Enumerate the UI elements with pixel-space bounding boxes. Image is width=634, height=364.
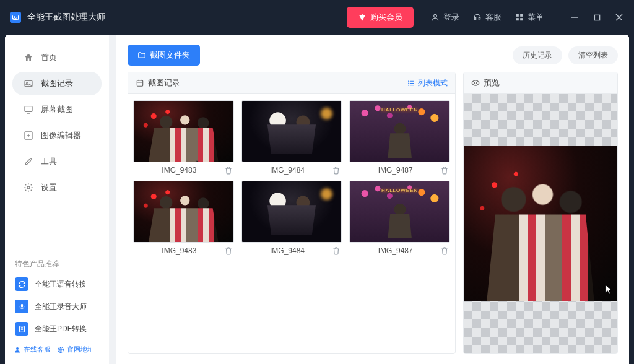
svg-rect-3 (516, 14, 519, 17)
grid-icon (515, 13, 524, 22)
delete-button[interactable] (440, 166, 449, 175)
delete-button[interactable] (332, 246, 341, 255)
minimize-button[interactable] (570, 12, 580, 22)
promo-audio-record[interactable]: 全能王录音大师 (5, 295, 109, 318)
records-icon (24, 79, 33, 89)
thumbnail-image[interactable] (349, 100, 450, 162)
nav-label: 设置 (41, 182, 57, 193)
thumbnail-image[interactable] (349, 181, 450, 243)
svg-point-2 (434, 14, 437, 17)
svg-point-31 (474, 82, 477, 84)
thumbnail-name: IMG_9484 (243, 166, 332, 175)
panel-title: 截图记录 (148, 77, 180, 89)
promo-pdf-convert[interactable]: 全能王PDF转换 (5, 318, 109, 340)
gear-icon (24, 183, 33, 193)
delete-button[interactable] (440, 246, 449, 255)
thumbnail-image[interactable] (133, 181, 234, 243)
calendar-icon (136, 79, 144, 87)
promo-label: 全能王语音转换 (35, 279, 87, 290)
svg-point-30 (409, 85, 409, 85)
clear-list-button[interactable]: 清空列表 (568, 46, 618, 64)
main-content: 截图文件夹 历史记录 清空列表 截图记录 列表模式 IMG_9483IMG_94… (116, 35, 629, 364)
user-icon (431, 13, 440, 22)
link-label: 在线客服 (24, 345, 51, 354)
history-button[interactable]: 历史记录 (513, 46, 562, 64)
diamond-icon (358, 13, 367, 22)
svg-point-19 (16, 347, 19, 350)
thumbnail-item: IMG_9487 (349, 100, 450, 175)
headset-icon (473, 13, 482, 22)
svg-rect-13 (25, 106, 32, 112)
svg-rect-4 (520, 14, 523, 17)
login-label: 登录 (443, 12, 459, 23)
close-button[interactable] (614, 12, 624, 22)
buy-vip-button[interactable]: 购买会员 (347, 7, 414, 28)
capture-icon (24, 105, 33, 115)
nav-image-editor[interactable]: 图像编辑器 (12, 124, 102, 147)
delete-button[interactable] (224, 246, 233, 255)
menu-button[interactable]: 菜单 (515, 12, 544, 23)
promo-label: 全能王PDF转换 (35, 324, 87, 334)
button-label: 截图文件夹 (150, 50, 190, 61)
preview-area[interactable] (464, 94, 617, 353)
sidebar: 首页 截图记录 屏幕截图 图像编辑器 工具 设置 特色产品推荐 全能王语音转换 (5, 35, 109, 364)
app-logo (10, 12, 21, 23)
nav-settings[interactable]: 设置 (12, 176, 102, 199)
toggle-label: 列表模式 (418, 78, 448, 89)
refresh-icon (15, 277, 28, 291)
nav-label: 首页 (41, 52, 57, 63)
list-mode-toggle[interactable]: 列表模式 (407, 78, 448, 89)
nav-screen-capture[interactable]: 屏幕截图 (12, 98, 102, 121)
app-title: 全能王截图处理大师 (27, 12, 105, 23)
delete-button[interactable] (332, 166, 341, 175)
nav-label: 图像编辑器 (41, 130, 81, 141)
editor-icon (24, 131, 33, 141)
online-support-link[interactable]: 在线客服 (14, 345, 51, 354)
records-panel: 截图记录 列表模式 IMG_9483IMG_9484IMG_9487IMG_94… (128, 72, 456, 354)
promo-voice-convert[interactable]: 全能王语音转换 (5, 273, 109, 295)
folder-icon (137, 51, 146, 59)
svg-rect-21 (137, 80, 142, 86)
eye-icon (471, 79, 480, 87)
thumbnail-item: IMG_9483 (133, 100, 234, 175)
svg-rect-8 (594, 15, 599, 20)
preview-title: 预览 (484, 77, 500, 89)
menu-label: 菜单 (528, 12, 544, 23)
list-icon (407, 79, 415, 87)
maximize-button[interactable] (592, 12, 602, 22)
globe-icon (57, 346, 64, 353)
official-site-link[interactable]: 官网地址 (57, 345, 94, 354)
buy-vip-label: 购买会员 (370, 12, 402, 23)
thumbnail-image[interactable] (133, 100, 234, 162)
thumbnail-name: IMG_9483 (134, 246, 224, 255)
promo-heading: 特色产品推荐 (5, 255, 109, 273)
delete-button[interactable] (224, 166, 233, 175)
titlebar: 全能王截图处理大师 购买会员 登录 客服 菜单 (0, 0, 634, 35)
screenshot-folder-button[interactable]: 截图文件夹 (128, 45, 200, 66)
svg-rect-6 (520, 18, 523, 20)
promo-label: 全能王录音大师 (35, 301, 87, 312)
support-button[interactable]: 客服 (473, 12, 502, 23)
thumbnail-image[interactable] (241, 181, 342, 243)
tools-icon (24, 157, 33, 167)
user-icon (14, 346, 21, 353)
mic-icon (15, 300, 28, 313)
preview-panel: 预览 (463, 72, 618, 354)
svg-rect-5 (516, 18, 519, 20)
thumbnail-image[interactable] (241, 100, 342, 162)
nav-screenshot-records[interactable]: 截图记录 (12, 72, 102, 95)
svg-rect-17 (20, 303, 22, 307)
thumbnail-name: IMG_9483 (134, 166, 224, 175)
support-label: 客服 (485, 12, 502, 23)
nav-label: 截图记录 (41, 78, 73, 89)
nav-tools[interactable]: 工具 (12, 150, 102, 173)
thumbnail-name: IMG_9487 (350, 166, 440, 175)
nav-home[interactable]: 首页 (12, 46, 102, 69)
thumbnail-name: IMG_9487 (350, 246, 440, 255)
thumbnail-item: IMG_9487 (349, 181, 450, 255)
login-button[interactable]: 登录 (431, 12, 459, 23)
link-label: 官网地址 (67, 345, 94, 354)
svg-point-29 (409, 82, 409, 83)
thumbnail-item: IMG_9484 (241, 181, 342, 255)
thumbnail-item: IMG_9483 (133, 181, 234, 255)
